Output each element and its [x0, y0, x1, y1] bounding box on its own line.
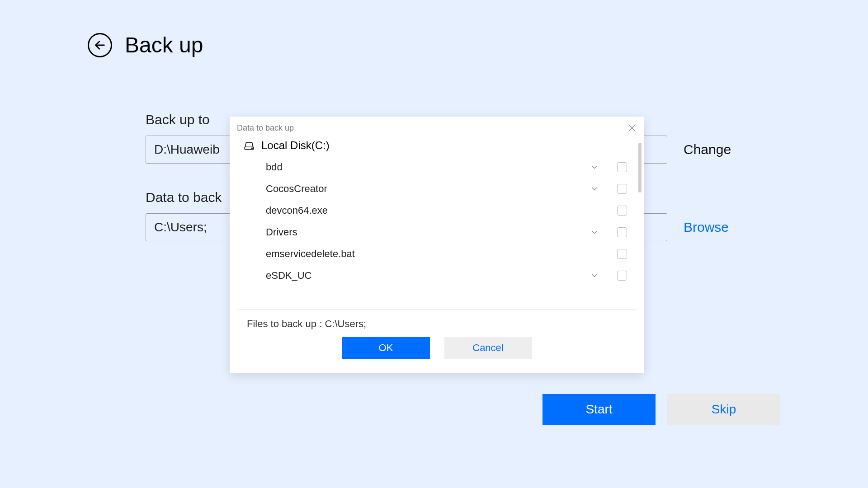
item-name: bdd — [266, 161, 590, 173]
list-item[interactable]: emservicedelete.bat — [266, 243, 640, 265]
chevron-down-icon[interactable] — [590, 163, 599, 172]
disk-icon — [243, 140, 255, 151]
files-to-backup-status: Files to back up : C:\Users; — [230, 310, 644, 337]
checkbox[interactable] — [617, 184, 627, 194]
list-item[interactable]: devcon64.exe — [266, 200, 640, 221]
disk-label: Local Disk(C:) — [261, 139, 330, 152]
cancel-button[interactable]: Cancel — [444, 337, 532, 359]
browse-button[interactable]: Browse — [684, 220, 729, 235]
checkbox[interactable] — [617, 227, 627, 237]
checkbox[interactable] — [617, 162, 627, 172]
chevron-down-icon[interactable] — [590, 271, 599, 280]
ok-button[interactable]: OK — [342, 337, 430, 359]
back-button[interactable] — [88, 33, 112, 57]
list-item[interactable]: bdd — [266, 156, 640, 178]
change-button[interactable]: Change — [684, 142, 731, 157]
chevron-down-icon[interactable] — [590, 184, 599, 193]
chevron-down-icon[interactable] — [590, 228, 599, 237]
close-icon[interactable] — [627, 123, 637, 133]
data-to-backup-modal: Data to back up Local Disk(C:) bddCocosC… — [230, 117, 644, 373]
skip-button[interactable]: Skip — [667, 394, 780, 425]
item-name: eSDK_UC — [266, 270, 590, 282]
checkbox[interactable] — [617, 249, 627, 259]
scrollbar[interactable] — [638, 143, 642, 192]
arrow-left-icon — [94, 39, 106, 52]
list-item[interactable]: CocosCreator — [266, 178, 640, 200]
modal-title: Data to back up — [237, 123, 294, 133]
svg-point-4 — [252, 148, 253, 149]
item-name: emservicedelete.bat — [266, 248, 590, 260]
item-name: Drivers — [266, 226, 590, 238]
list-item[interactable]: Drivers — [266, 221, 640, 243]
item-name: devcon64.exe — [266, 205, 590, 216]
item-name: CocosCreator — [266, 183, 590, 195]
checkbox[interactable] — [617, 271, 627, 281]
page-title: Back up — [125, 33, 203, 57]
start-button[interactable]: Start — [542, 394, 656, 425]
list-item[interactable]: eSDK_UC — [266, 265, 640, 286]
checkbox[interactable] — [617, 206, 627, 216]
